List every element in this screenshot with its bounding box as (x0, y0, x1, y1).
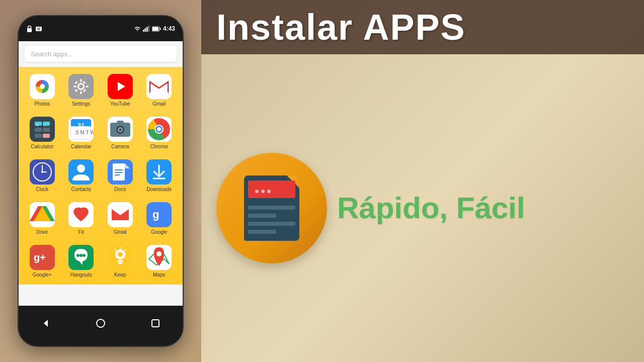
google-label: Google (151, 229, 167, 235)
svg-marker-92 (44, 320, 48, 327)
maps-icon (146, 245, 172, 270)
app-item-google[interactable]: g Google (140, 197, 179, 240)
search-placeholder: Search apps... (31, 50, 73, 58)
title-banner: Instalar APPS (201, 0, 644, 54)
app-item-googleplus[interactable]: g+ Google+ (23, 240, 62, 283)
svg-rect-9 (152, 27, 158, 31)
nav-home-button[interactable] (95, 317, 107, 329)
bottom-nav (19, 306, 183, 346)
svg-text:g+: g+ (34, 252, 46, 263)
app-item-keep[interactable]: Keep (101, 240, 140, 283)
app-item-settings[interactable]: Settings (62, 69, 101, 112)
chrome-icon (146, 117, 172, 142)
drive-icon (30, 202, 55, 227)
status-bar: 4:43 (19, 16, 183, 41)
svg-point-48 (119, 129, 121, 131)
svg-point-93 (97, 319, 105, 327)
svg-rect-5 (144, 28, 146, 32)
sd-card-circle (216, 153, 327, 263)
app-item-gmail[interactable]: Gmail (140, 69, 179, 112)
googleplus-icon: g+ (30, 245, 55, 270)
keep-icon (108, 245, 133, 270)
svg-point-14 (79, 84, 83, 88)
nav-overview-button[interactable] (149, 317, 162, 329)
svg-rect-94 (152, 320, 159, 327)
svg-rect-18 (86, 86, 89, 87)
app-item-youtube[interactable]: YouTube (101, 69, 140, 112)
googleplus-label: Google+ (33, 272, 52, 278)
main-title: Instalar APPS (216, 9, 466, 45)
svg-point-78 (76, 254, 79, 257)
svg-point-11 (40, 84, 45, 89)
svg-rect-37 (43, 134, 50, 138)
wifi-icon (134, 26, 141, 32)
svg-rect-67 (115, 174, 120, 175)
hangouts-icon (68, 245, 94, 270)
svg-line-88 (115, 249, 116, 250)
keep-label: Keep (114, 272, 126, 278)
app-item-camera[interactable]: Camera (101, 112, 140, 154)
settings-label: Settings (72, 101, 90, 107)
app-item-maps[interactable]: Maps (140, 240, 179, 283)
app-grid: Photos (19, 67, 183, 285)
svg-rect-17 (73, 86, 76, 87)
app-item-calculator[interactable]: + - Calculator (23, 112, 62, 154)
status-icons-right: 4:43 (134, 25, 175, 32)
sd-card-icon (244, 175, 299, 241)
calculator-icon: + - (30, 117, 55, 142)
fit-label: Fit (78, 229, 84, 235)
battery-icon (152, 26, 161, 32)
svg-point-79 (79, 254, 83, 257)
gmail-label: Gmail (152, 101, 166, 107)
svg-rect-72 (108, 202, 133, 227)
svg-rect-7 (148, 26, 149, 32)
fit-icon (68, 202, 94, 227)
svg-rect-65 (115, 169, 123, 170)
svg-rect-6 (146, 27, 148, 32)
hangouts-label: Hangouts (70, 272, 92, 278)
contacts-label: Contacts (71, 187, 91, 192)
photos-label: Photos (34, 101, 50, 107)
svg-text:g: g (152, 208, 159, 221)
lower-section: Rápido, Fácil (201, 54, 644, 362)
docs-icon (108, 159, 133, 185)
search-bar[interactable]: Search apps... (25, 46, 177, 62)
svg-rect-10 (159, 28, 160, 30)
svg-point-3 (38, 28, 40, 30)
calculator-label: Calculator (31, 144, 53, 149)
svg-text:-: - (44, 123, 46, 128)
svg-rect-83 (118, 260, 123, 262)
app-item-downloads[interactable]: Downloads (140, 154, 179, 197)
google-icon: g (146, 202, 172, 227)
app-item-contacts[interactable]: Contacts (62, 154, 101, 197)
svg-rect-0 (27, 28, 32, 32)
app-item-photos[interactable]: Photos (23, 69, 62, 112)
app-item-gmail2[interactable]: Gmail (101, 197, 140, 240)
svg-point-58 (41, 171, 43, 173)
nav-back-button[interactable] (40, 317, 52, 329)
screenshot-icon (35, 26, 42, 32)
app-item-docs[interactable]: Docs (101, 154, 140, 197)
right-panel: Instalar APPS (201, 0, 644, 362)
svg-text:31: 31 (77, 122, 85, 129)
svg-point-60 (77, 164, 85, 172)
svg-rect-29 (30, 117, 55, 142)
svg-rect-64 (113, 163, 125, 178)
app-item-hangouts[interactable]: Hangouts (62, 240, 101, 283)
app-item-drive[interactable]: Drive (23, 197, 62, 240)
tagline: Rápido, Fácil (337, 192, 629, 225)
settings-icon (68, 74, 94, 99)
app-item-calendar[interactable]: 31 S M T W Calendar (62, 112, 101, 154)
app-item-clock[interactable]: Clock (23, 154, 62, 197)
svg-rect-15 (80, 79, 82, 82)
docs-label: Docs (114, 187, 126, 192)
photos-icon (30, 74, 55, 99)
gmail2-icon (108, 202, 133, 227)
app-item-chrome[interactable]: Chrome (140, 112, 179, 154)
svg-rect-49 (117, 121, 124, 124)
camera-label: Camera (111, 144, 129, 149)
camera-icon (108, 117, 133, 142)
app-item-fit[interactable]: Fit (62, 197, 101, 240)
svg-point-80 (83, 254, 86, 257)
svg-rect-35 (43, 128, 50, 132)
